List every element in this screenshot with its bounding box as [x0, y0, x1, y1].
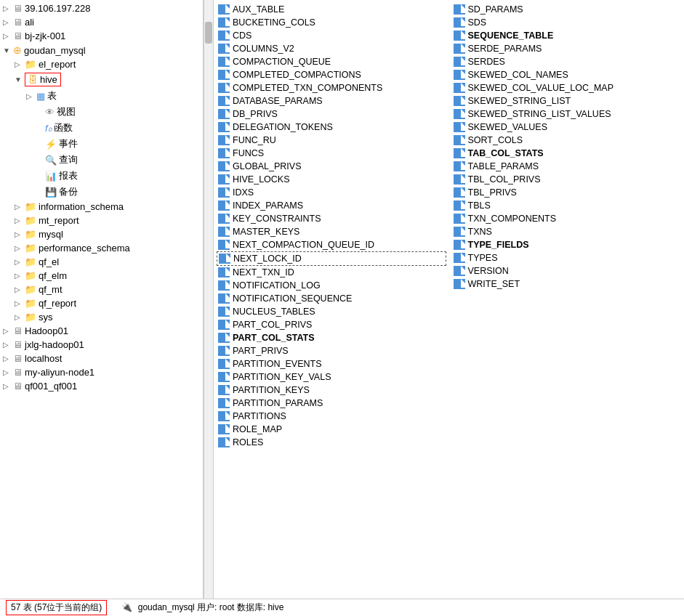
- expand-arrow[interactable]: ▼: [3, 46, 12, 54]
- table-row[interactable]: BUCKETING_COLS: [217, 16, 446, 29]
- table-row[interactable]: NOTIFICATION_SEQUENCE: [217, 292, 446, 305]
- expand-arrow[interactable]: ▷: [15, 60, 23, 68]
- expand-arrow[interactable]: ▷: [3, 341, 12, 349]
- tree-item-sys[interactable]: ▷ 📁 sys: [0, 310, 203, 324]
- table-row[interactable]: TXN_COMPONENTS: [452, 212, 682, 225]
- tree-item-qf-mt[interactable]: ▷ 📁 qf_mt: [0, 283, 203, 296]
- tree-item-el-report[interactable]: ▷ 📁 el_report: [0, 57, 203, 71]
- tree-item-qf-elm[interactable]: ▷ 📁 qf_elm: [0, 269, 203, 283]
- tree-item-qf-el[interactable]: ▷ 📁 qf_el: [0, 255, 203, 269]
- tree-item-info-schema[interactable]: ▷ 📁 information_schema: [0, 200, 203, 214]
- expand-arrow[interactable]: ▷: [3, 32, 12, 40]
- table-row[interactable]: WRITE_SET: [452, 277, 682, 291]
- table-row[interactable]: COMPLETED_COMPACTIONS: [217, 68, 446, 81]
- table-row[interactable]: TAB_COL_STATS: [452, 147, 682, 160]
- table-row[interactable]: PART_COL_STATS: [217, 331, 446, 344]
- table-row[interactable]: PARTITION_KEY_VALS: [217, 370, 446, 384]
- table-row[interactable]: PART_COL_PRIVS: [217, 318, 446, 331]
- table-row[interactable]: SERDES: [452, 55, 682, 68]
- tree-item-hive[interactable]: ▼ 🗄 hive: [0, 71, 203, 88]
- tree-item-qf001[interactable]: ▷ 🖥 qf001_qf001: [0, 379, 203, 393]
- tree-item-jxlg[interactable]: ▷ 🖥 jxlg-hadoop01: [0, 338, 203, 352]
- table-row[interactable]: SKEWED_COL_VALUE_LOC_MAP: [452, 81, 682, 94]
- table-row[interactable]: MASTER_KEYS: [217, 225, 446, 238]
- table-row[interactable]: NUCLEUS_TABLES: [217, 305, 446, 318]
- table-row[interactable]: DATABASE_PARAMS: [217, 94, 446, 108]
- table-row[interactable]: FUNCS: [217, 147, 446, 160]
- expand-arrow[interactable]: ▷: [3, 4, 12, 12]
- table-row[interactable]: ROLES: [217, 436, 446, 449]
- table-row[interactable]: GLOBAL_PRIVS: [217, 160, 446, 173]
- table-row[interactable]: COMPACTION_QUEUE: [217, 55, 446, 68]
- table-row[interactable]: CDS: [217, 29, 446, 42]
- expand-arrow[interactable]: ▷: [3, 327, 12, 335]
- table-row[interactable]: PARTITION_KEYS: [217, 384, 446, 397]
- table-row[interactable]: AUX_TABLE: [217, 3, 446, 16]
- tree-item-bj[interactable]: ▷ 🖥 bj-zjk-001: [0, 29, 203, 43]
- tree-item-tables[interactable]: ▷ ▦ 表: [0, 88, 203, 104]
- expand-arrow[interactable]: ▷: [15, 258, 23, 266]
- expand-arrow[interactable]: ▷: [3, 382, 12, 390]
- table-row[interactable]: PARTITIONS: [217, 410, 446, 423]
- table-row[interactable]: SERDE_PARAMS: [452, 42, 682, 55]
- table-row[interactable]: SDS: [452, 16, 682, 29]
- expand-arrow[interactable]: ▷: [15, 216, 23, 224]
- tree-item-backup[interactable]: ▷ 💾 备份: [0, 184, 203, 200]
- tree-item-aliyun[interactable]: ▷ 🖥 my-aliyun-node1: [0, 365, 203, 379]
- table-row[interactable]: KEY_CONSTRAINTS: [217, 212, 446, 225]
- expand-arrow[interactable]: ▷: [15, 272, 23, 280]
- expand-arrow[interactable]: ▷: [15, 244, 23, 252]
- tree-item-qf-report[interactable]: ▷ 📁 qf_report: [0, 296, 203, 310]
- table-row[interactable]: NEXT_COMPACTION_QUEUE_ID: [217, 238, 446, 251]
- table-row[interactable]: DELEGATION_TOKENS: [217, 121, 446, 134]
- table-row[interactable]: FUNC_RU: [217, 134, 446, 147]
- tree-item-39[interactable]: ▷ 🖥 39.106.197.228: [0, 1, 203, 15]
- table-row[interactable]: PART_PRIVS: [217, 344, 446, 357]
- tree-item-hadoop01[interactable]: ▷ 🖥 Hadoop01: [0, 324, 203, 338]
- tree-item-mysql[interactable]: ▷ 📁 mysql: [0, 227, 203, 241]
- expand-arrow[interactable]: ▷: [15, 203, 23, 211]
- table-row[interactable]: SKEWED_STRING_LIST: [452, 94, 682, 108]
- table-row[interactable]: SKEWED_STRING_LIST_VALUES: [452, 108, 682, 121]
- tree-item-events[interactable]: ▷ ⚡ 事件: [0, 136, 203, 152]
- table-row[interactable]: TBL_COL_PRIVS: [452, 173, 682, 186]
- table-row[interactable]: COLUMNS_V2: [217, 42, 446, 55]
- vertical-scrollbar[interactable]: [204, 0, 214, 599]
- table-row[interactable]: TXNS: [452, 225, 682, 238]
- table-row[interactable]: TBL_PRIVS: [452, 186, 682, 199]
- table-row[interactable]: SKEWED_COL_NAMES: [452, 68, 682, 81]
- tree-item-ali[interactable]: ▷ 🖥 ali: [0, 15, 203, 29]
- tree-item-localhost[interactable]: ▷ 🖥 localhost: [0, 352, 203, 365]
- table-row[interactable]: HIVE_LOCKS: [217, 173, 446, 186]
- table-row[interactable]: TBLS: [452, 199, 682, 212]
- tree-item-reports[interactable]: ▷ 📊 报表: [0, 168, 203, 184]
- table-row[interactable]: DB_PRIVS: [217, 108, 446, 121]
- table-row[interactable]: NEXT_LOCK_ID: [217, 251, 446, 266]
- table-row[interactable]: SKEWED_VALUES: [452, 121, 682, 134]
- table-row[interactable]: NOTIFICATION_LOG: [217, 279, 446, 292]
- expand-arrow[interactable]: ▷: [26, 92, 35, 100]
- expand-arrow[interactable]: ▼: [15, 76, 23, 84]
- tree-item-goudan[interactable]: ▼ ⊕ goudan_mysql: [0, 43, 203, 57]
- table-row[interactable]: SD_PARAMS: [452, 3, 682, 16]
- expand-arrow[interactable]: ▷: [15, 299, 23, 307]
- tree-item-perf-schema[interactable]: ▷ 📁 performance_schema: [0, 241, 203, 255]
- tree-item-mt-report[interactable]: ▷ 📁 mt_report: [0, 214, 203, 227]
- table-row[interactable]: TYPES: [452, 251, 682, 264]
- expand-arrow[interactable]: ▷: [15, 313, 23, 321]
- table-row[interactable]: SEQUENCE_TABLE: [452, 29, 682, 42]
- tree-item-funcs[interactable]: ▷ f₀ 函数: [0, 120, 203, 136]
- expand-arrow[interactable]: ▷: [3, 354, 12, 362]
- expand-arrow[interactable]: ▷: [3, 368, 12, 376]
- table-row[interactable]: IDXS: [217, 186, 446, 199]
- table-row[interactable]: ROLE_MAP: [217, 423, 446, 436]
- table-row[interactable]: TABLE_PARAMS: [452, 160, 682, 173]
- table-row[interactable]: NEXT_TXN_ID: [217, 266, 446, 279]
- table-row[interactable]: COMPLETED_TXN_COMPONENTS: [217, 81, 446, 94]
- table-row[interactable]: PARTITION_PARAMS: [217, 397, 446, 410]
- expand-arrow[interactable]: ▷: [15, 285, 23, 293]
- tree-item-queries[interactable]: ▷ 🔍 查询: [0, 152, 203, 168]
- database-tree[interactable]: ▷ 🖥 39.106.197.228 ▷ 🖥 ali ▷ 🖥 bj-zjk-00…: [0, 0, 204, 599]
- table-row[interactable]: TYPE_FIELDS: [452, 238, 682, 251]
- table-row[interactable]: VERSION: [452, 264, 682, 277]
